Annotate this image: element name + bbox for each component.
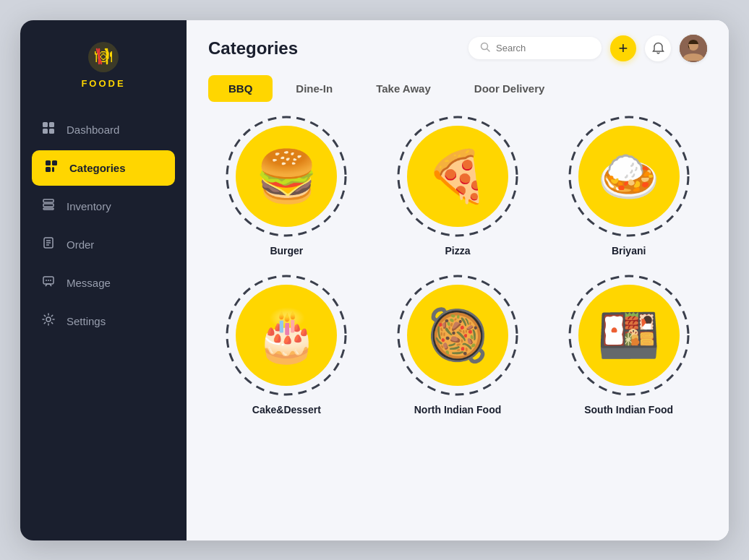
south-indian-emoji: 🍱 [597,310,660,361]
food-circle-south-indian: 🍱 [578,285,680,386]
tab-bbq[interactable]: BBQ [208,75,273,102]
pizza-emoji: 🍕 [426,151,489,202]
logo-text: FOODE [81,78,125,89]
svg-rect-5 [43,122,48,127]
app-container: 🍽 FOODE Dashboard [20,20,729,540]
category-item-briyani[interactable]: 🍛 Briyani [550,115,707,257]
tab-door-delivery[interactable]: Door Delivery [454,75,565,102]
dashboard-icon [40,121,56,138]
svg-rect-10 [52,160,57,165]
sidebar-item-label-order: Order [67,238,94,251]
order-icon [40,236,56,253]
tab-dine-in[interactable]: Dine-In [275,75,353,102]
svg-line-26 [487,49,490,52]
content-area: 🍔 Burger 🍕 Pizza [187,102,729,540]
inventory-icon [40,198,56,215]
svg-point-24 [46,317,51,322]
page-title: Categories [208,38,298,59]
category-item-south-indian[interactable]: 🍱 South Indian Food [550,274,707,415]
food-circle-briyani: 🍛 [578,126,680,227]
category-label-cake: Cake&Dessert [252,404,321,415]
category-circle-cake: 🎂 [225,274,348,397]
search-bar [468,37,602,59]
sidebar-item-label-dashboard: Dashboard [67,124,119,136]
sidebar-item-categories[interactable]: Categories [32,150,175,186]
categories-icon [43,160,59,176]
category-circle-south-indian: 🍱 [568,274,690,397]
message-icon [40,275,56,291]
food-circle-cake: 🎂 [236,285,337,386]
category-item-pizza[interactable]: 🍕 Pizza [380,115,536,257]
food-circle-north-indian: 🥘 [407,285,508,386]
food-circle-burger: 🍔 [236,126,337,227]
sidebar-item-message[interactable]: Message [20,265,187,301]
main-content: Categories + [187,20,729,540]
top-bar-right: + [468,35,707,62]
category-label-north-indian: North Indian Food [414,404,502,415]
category-label-south-indian: South Indian Food [584,404,673,415]
svg-point-23 [50,280,51,281]
svg-rect-13 [43,199,54,202]
tab-take-away[interactable]: Take Away [356,75,451,102]
bell-button[interactable] [645,35,671,61]
svg-point-22 [48,280,49,281]
category-item-cake-dessert[interactable]: 🎂 Cake&Dessert [208,274,365,415]
sidebar-item-settings[interactable]: Settings [20,303,187,339]
sidebar-item-label-message: Message [67,277,111,289]
category-label-pizza: Pizza [445,245,470,257]
category-label-burger: Burger [270,245,303,257]
sidebar-nav: Dashboard Categories [20,105,187,346]
north-indian-emoji: 🥘 [426,310,489,361]
svg-rect-9 [46,160,51,165]
search-icon [480,42,490,54]
svg-rect-11 [46,167,51,172]
food-circle-pizza: 🍕 [407,126,508,227]
briyani-emoji: 🍛 [597,151,660,202]
burger-emoji: 🍔 [255,151,318,202]
svg-rect-6 [49,122,54,127]
svg-rect-7 [43,129,48,134]
svg-rect-12 [52,167,54,172]
sidebar-item-label-categories: Categories [69,162,126,174]
svg-rect-14 [43,204,54,207]
category-label-briyani: Briyani [612,245,646,257]
category-circle-north-indian: 🥘 [396,274,519,397]
svg-point-21 [46,280,47,281]
category-circle-pizza: 🍕 [396,115,519,238]
category-circle-burger: 🍔 [225,115,348,238]
sidebar-item-order[interactable]: Order [20,227,187,262]
category-grid: 🍔 Burger 🍕 Pizza [208,115,707,415]
sidebar-item-label-settings: Settings [67,315,106,327]
tabs: BBQ Dine-In Take Away Door Delivery [187,62,729,102]
cake-emoji: 🎂 [255,310,318,361]
search-input[interactable] [496,43,590,53]
sidebar-item-label-inventory: Inventory [67,200,111,212]
avatar-image [680,35,707,62]
sidebar-item-inventory[interactable]: Inventory [20,189,187,224]
category-circle-briyani: 🍛 [568,115,690,238]
sidebar: 🍽 FOODE Dashboard [20,20,187,540]
svg-rect-15 [43,208,54,210]
logo-icon: 🍽 [87,40,120,74]
avatar [680,35,707,62]
category-item-north-indian[interactable]: 🥘 North Indian Food [380,274,536,415]
category-item-burger[interactable]: 🍔 Burger [208,115,365,257]
svg-rect-8 [49,129,54,134]
top-bar: Categories + [187,20,729,62]
add-button[interactable]: + [610,35,636,61]
logo-area: 🍽 FOODE [20,20,187,105]
settings-icon [40,313,56,329]
sidebar-item-dashboard[interactable]: Dashboard [20,112,187,147]
